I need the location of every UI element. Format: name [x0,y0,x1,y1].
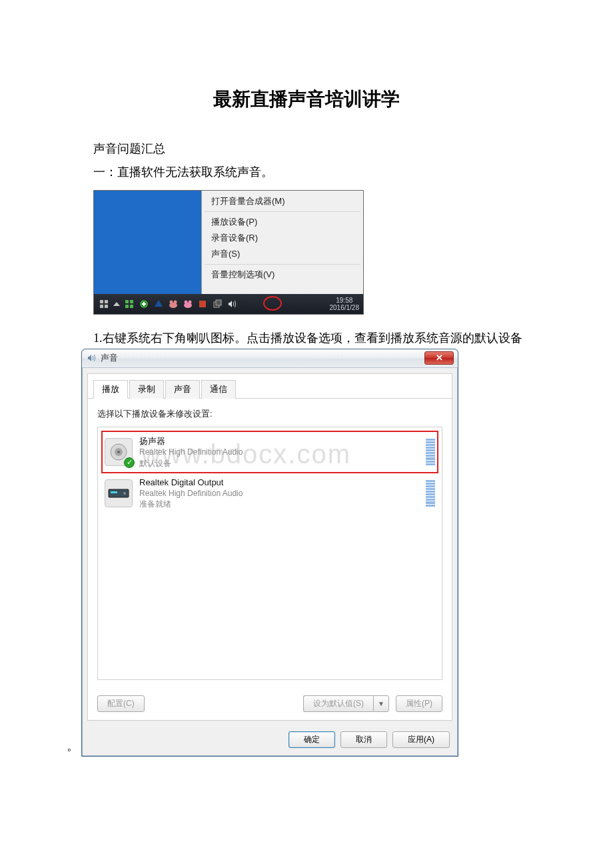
ok-button[interactable]: 确定 [289,731,335,748]
speaker-icon [86,353,97,363]
digital-device-icon [105,479,133,507]
separator [205,211,360,212]
taskbar: 19:58 2016/1/28 [94,294,363,314]
level-meter [426,439,435,465]
chevron-down-icon[interactable]: ▼ [373,695,389,712]
tray-icon[interactable] [182,298,194,310]
period: 。 [67,738,79,754]
svg-point-14 [189,301,192,304]
svg-rect-0 [100,300,103,303]
default-check-icon: ✓ [124,457,135,468]
taskbar-clock[interactable]: 19:58 2016/1/28 [330,297,361,311]
svg-rect-1 [105,300,108,303]
apply-button[interactable]: 应用(A) [392,731,450,748]
device-item-speakers[interactable]: ✓ 扬声器 Realtek High Definition Audio 默认设备 [102,431,438,473]
device-name: Realtek Digital Output [139,477,419,489]
svg-rect-5 [130,300,133,303]
screenshot-1: 打开音量合成器(M) 播放设备(P) 录音设备(R) 声音(S) 音量控制选项(… [93,190,546,315]
device-status: 准备就绪 [139,499,419,509]
svg-rect-17 [216,300,221,305]
svg-rect-6 [125,305,129,308]
svg-point-9 [169,303,177,308]
clock-date: 2016/1/28 [330,304,360,311]
clock-time: 19:58 [330,297,360,304]
tab-playback[interactable]: 播放 [93,380,128,399]
menu-item-volume-mixer[interactable]: 打开音量合成器(M) [202,193,363,209]
svg-point-11 [174,301,177,304]
document-title: 最新直播声音培训讲学 [67,87,546,112]
dialog-title: 声音 [101,352,118,364]
dialog-titlebar: 声音 ✕ [82,349,458,368]
device-list: www.bdocx.com ✓ 扬声器 Realtek High Definit… [97,427,442,680]
device-name: 扬声器 [139,435,419,447]
paragraph-3: 1.右键系统右下角喇叭图标。点击播放设备选项，查看到播放系统音源的默认设备 [93,328,546,349]
tray-icon[interactable] [138,298,150,310]
close-button[interactable]: ✕ [424,351,454,365]
svg-rect-7 [130,305,133,308]
paragraph-2: 一：直播软件无法获取系统声音。 [93,162,546,183]
menu-item-recording[interactable]: 录音设备(R) [202,230,363,246]
separator [205,264,360,265]
svg-rect-3 [105,305,108,308]
device-driver: Realtek High Definition Audio [139,447,419,457]
svg-rect-15 [199,301,206,307]
tab-recording[interactable]: 录制 [129,380,164,399]
svg-rect-4 [125,300,129,303]
svg-point-13 [185,301,188,304]
sound-dialog: 声音 ✕ 播放 录制 声音 通信 选择以下播放设备来修改设置: www.bdoc… [81,349,458,757]
svg-point-23 [123,492,126,495]
speaker-tray-icon[interactable] [226,298,238,310]
tray-icon[interactable] [167,298,179,310]
paragraph-1: 声音问题汇总 [93,139,546,159]
tab-communications[interactable]: 通信 [201,380,236,399]
context-menu: 打开音量合成器(M) 播放设备(P) 录音设备(R) 声音(S) 音量控制选项(… [201,191,363,294]
svg-point-20 [117,451,120,453]
svg-rect-22 [111,491,117,493]
speaker-device-icon: ✓ [105,438,133,466]
cancel-button[interactable]: 取消 [340,731,387,748]
device-driver: Realtek High Definition Audio [139,488,419,499]
configure-button[interactable]: 配置(C) [97,695,145,712]
tray-expand-icon[interactable] [113,302,120,306]
tray-icon[interactable] [211,298,223,310]
svg-rect-2 [100,305,103,308]
svg-point-12 [184,303,192,308]
tray-icon[interactable] [98,298,110,310]
tab-strip: 播放 录制 声音 通信 [88,374,452,399]
set-default-button[interactable]: 设为默认值(S) [303,695,373,712]
menu-item-sounds[interactable]: 声音(S) [202,246,363,262]
device-item-digital[interactable]: Realtek Digital Output Realtek High Defi… [102,473,438,514]
menu-item-volume-options[interactable]: 音量控制选项(V) [202,267,363,283]
level-meter [426,480,435,507]
menu-item-playback[interactable]: 播放设备(P) [202,214,363,230]
tray-icon[interactable] [123,298,135,310]
tray-icon[interactable] [153,298,165,310]
speaker-highlight-circle [263,296,282,311]
desktop-area [94,191,201,294]
instruction-text: 选择以下播放设备来修改设置: [97,408,442,420]
properties-button[interactable]: 属性(P) [396,695,442,712]
device-status: 默认设备 [139,458,419,469]
svg-point-10 [170,301,173,304]
tab-sounds[interactable]: 声音 [165,380,200,399]
set-default-split-button[interactable]: 设为默认值(S) ▼ [303,695,389,712]
tray-icon[interactable] [197,298,209,310]
